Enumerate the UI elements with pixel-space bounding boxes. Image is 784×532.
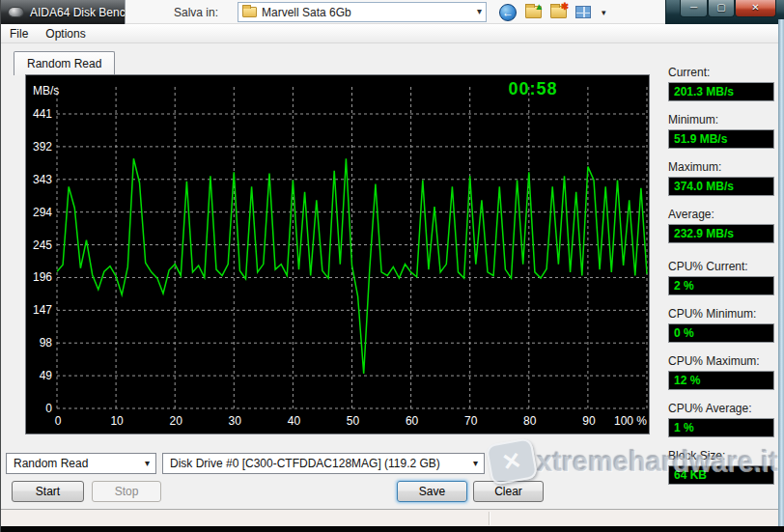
stat-value: 232.9 MB/s [668,224,774,243]
minimize-button[interactable]: ─ [680,0,708,17]
window-right-border [778,19,784,526]
y-tick-label: 196 [26,270,52,284]
x-tick-label: 50 [331,414,376,428]
window-controls: ─ ▢ ✕ [680,0,776,17]
stat-block-size: Block Size: 64 KB [668,449,779,485]
up-arrow-glyph: ▲ [534,1,544,12]
x-tick-label: 0 [36,414,80,428]
chevron-down-icon[interactable]: ▾ [145,458,150,468]
stat-value: 64 KB [668,465,774,485]
y-tick-label: 294 [26,206,52,219]
views-caret-icon[interactable]: ▾ [602,8,606,17]
title-bar-right: ─ ▢ ✕ [665,0,784,24]
views-icon[interactable] [575,6,591,18]
y-tick-label: 98 [26,336,52,350]
stop-button[interactable]: Stop [92,481,161,502]
dialog-toolbar: ← ▲ ✱ ▾ [499,4,606,21]
window-title-area[interactable]: AIDA64 Disk Bench [1,0,125,24]
save-location-value: Marvell Sata 6Gb [262,6,351,19]
stat-label: Maximum: [668,160,779,174]
save-dialog-strip: Salva in: Marvell Sata 6Gb ▾ ← ▲ ✱ ▾ [125,0,665,24]
title-bar: AIDA64 Disk Bench Salva in: Marvell Sata… [1,0,784,24]
stats-panel: Current: 201.3 MB/s Minimum: 51.9 MB/s M… [668,66,779,496]
x-tick-label: 20 [154,414,198,428]
menu-options[interactable]: Options [37,24,94,42]
save-button[interactable]: Save [397,481,467,502]
stat-label: Current: [668,66,779,79]
stat-average: Average: 232.9 MB/s [668,208,779,243]
stat-cpu-minimum: CPU% Minimum: 0 % [668,307,779,343]
y-tick-label: 147 [26,303,52,317]
folder-up-icon[interactable]: ▲ [525,6,542,18]
stat-maximum: Maximum: 374.0 MB/s [668,160,779,196]
close-button[interactable]: ✕ [735,0,776,17]
disk-drive-value: Disk Drive #0 [C300-CTFDDAC128MAG] (119.… [170,457,440,470]
chevron-down-icon[interactable]: ▾ [473,458,478,468]
stat-value: 0 % [668,323,774,343]
menu-bar: File Options [1,24,784,43]
benchmark-chart: MB/s441392343294245196147984900102030405… [25,74,650,434]
disk-icon [8,7,24,17]
clear-button[interactable]: Clear [473,481,544,502]
window-title: AIDA64 Disk Bench [30,6,125,19]
stat-value: 51.9 MB/s [668,129,774,149]
read-speed-line [57,158,647,374]
stat-label: Minimum: [668,113,779,126]
content-area: Random Read MB/s441392343294245196147984… [1,43,784,509]
stat-value: 201.3 MB/s [668,82,774,101]
stat-label: CPU% Maximum: [668,354,779,368]
back-icon[interactable]: ← [499,4,517,21]
stat-cpu-maximum: CPU% Maximum: 12 % [668,354,779,390]
test-type-value: Random Read [14,457,88,470]
y-tick-label: 0 [26,402,52,415]
y-tick-label: 245 [26,238,52,252]
stat-label: Average: [668,208,779,221]
x-tick-label: 70 [449,414,493,428]
x-tick-label: 60 [390,414,434,428]
folder-icon [242,7,257,17]
x-tick-label: 10 [95,414,139,428]
status-bar-divider [489,512,490,525]
stat-cpu-current: CPU% Current: 2 % [668,260,779,295]
bottom-border [1,526,784,532]
stat-label: CPU% Minimum: [668,307,779,321]
x-tick-label: 30 [212,414,257,428]
stat-current: Current: 201.3 MB/s [668,66,779,101]
stat-value: 2 % [668,276,774,295]
maximize-button[interactable]: ▢ [708,0,735,17]
test-type-combobox[interactable]: Random Read ▾ [6,453,156,474]
chart-svg [26,75,649,434]
aida64-disk-benchmark-window: AIDA64 Disk Bench Salva in: Marvell Sata… [0,0,784,532]
y-tick-label: 441 [26,107,52,121]
x-tick-label: 80 [508,414,552,428]
new-folder-icon[interactable]: ✱ [550,6,567,18]
y-tick-label: 49 [26,369,52,382]
menu-file[interactable]: File [1,24,37,42]
new-glyph: ✱ [561,1,569,12]
y-tick-label: 343 [26,173,52,186]
watermark-x-logo: ✕ [486,437,539,486]
stat-label: CPU% Average: [668,402,779,415]
stat-value: 1 % [668,418,774,437]
stat-label: CPU% Current: [668,260,779,273]
stat-value: 374.0 MB/s [668,177,774,196]
stat-label: Block Size: [668,449,779,462]
y-tick-label: 392 [26,140,52,154]
tab-random-read[interactable]: Random Read [14,51,115,75]
disk-drive-combobox[interactable]: Disk Drive #0 [C300-CTFDDAC128MAG] (119.… [162,453,485,474]
start-button[interactable]: Start [12,481,84,502]
stat-minimum: Minimum: 51.9 MB/s [668,113,779,149]
stat-cpu-average: CPU% Average: 1 % [668,402,779,437]
x-tick-label: 40 [271,414,316,428]
chevron-down-icon[interactable]: ▾ [477,6,482,16]
status-bar [1,509,784,526]
save-in-label: Salva in: [174,6,218,19]
x-tick-label: 100 % [602,414,647,428]
stat-value: 12 % [668,371,774,390]
elapsed-timer: 00:58 [461,79,605,99]
save-location-combobox[interactable]: Marvell Sata 6Gb ▾ [238,2,487,22]
y-axis-unit-label: MB/s [33,84,59,98]
